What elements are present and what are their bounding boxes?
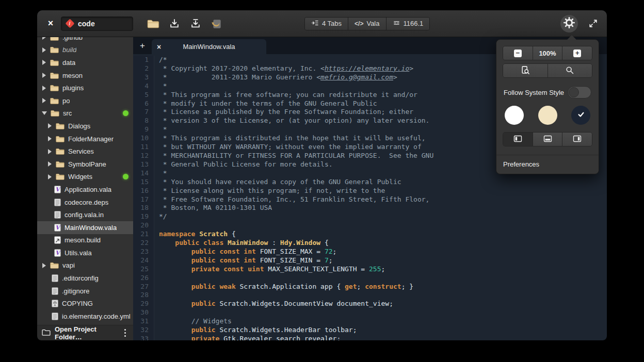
expander-closed-icon[interactable] — [42, 263, 46, 268]
find-button[interactable] — [548, 64, 592, 77]
open-file-button[interactable] — [147, 17, 160, 30]
tree-item-src[interactable]: src — [37, 107, 133, 120]
tree-item--editorconfig[interactable]: .editorconfig — [37, 272, 133, 285]
toggle-terminal-button[interactable] — [533, 133, 563, 146]
folder-icon — [50, 72, 59, 79]
fullscreen-button[interactable] — [586, 17, 600, 30]
tree-item-application-vala[interactable]: VApplication.vala — [37, 183, 133, 196]
code-line: public const int FONT_SIZE_MIN = 7; — [159, 256, 607, 265]
line-number: 12 — [133, 152, 149, 160]
tree-item-meson[interactable]: meson — [37, 69, 133, 82]
tree-item-label: data — [62, 59, 75, 67]
tree-item-label: vapi — [62, 261, 75, 269]
license-file-icon — [52, 300, 58, 307]
style-option-dark[interactable] — [571, 106, 590, 125]
folder-outline-icon — [42, 329, 51, 337]
tree-item-label: Services — [68, 147, 94, 155]
tab-close-icon[interactable]: × — [157, 43, 164, 51]
expander-closed-icon[interactable] — [42, 60, 46, 65]
expander-closed-icon[interactable] — [48, 174, 52, 179]
expander-closed-icon[interactable] — [42, 37, 46, 40]
tree-item-plugins[interactable]: plugins — [37, 81, 133, 94]
tree-item-io-elementary-code-yml[interactable]: io.elementary.code.yml — [37, 310, 133, 323]
follow-system-style-switch[interactable] — [568, 86, 591, 98]
tree-item-vapi[interactable]: vapi — [37, 259, 133, 272]
tree-item-label: codecore.deps — [65, 199, 108, 206]
toggle-sidebar-button[interactable] — [503, 133, 533, 146]
tree-item-label: .github — [62, 37, 83, 41]
style-option-sepia[interactable] — [538, 106, 557, 125]
expander-closed-icon[interactable] — [42, 47, 46, 53]
tree-item-services[interactable]: Services — [37, 145, 133, 158]
code-line: * License along with this program; if no… — [159, 187, 607, 195]
window-close-button[interactable]: × — [44, 18, 57, 30]
tree-item-codecore-deps[interactable]: codecore.deps — [37, 196, 133, 209]
folder-icon — [50, 46, 59, 53]
tree-item-foldermanager[interactable]: FolderManager — [37, 133, 133, 145]
find-in-document-icon — [521, 65, 530, 76]
find-in-files-button[interactable] — [503, 64, 548, 77]
expander-closed-icon[interactable] — [42, 98, 46, 103]
tab-mainwindow-vala[interactable]: × MainWindow.vala — [152, 39, 266, 54]
panel-layout-controls — [503, 132, 592, 146]
tree-item--gitignore[interactable]: .gitignore — [37, 285, 133, 298]
tree-item-config-vala-in[interactable]: config.vala.in — [37, 208, 133, 221]
expander-closed-icon[interactable] — [42, 86, 46, 91]
tree-item-label: SymbolPane — [68, 160, 106, 168]
tree-item-widgets[interactable]: Widgets — [37, 171, 133, 184]
expander-open-icon[interactable] — [42, 111, 47, 115]
tree-item-mainwindow-vala[interactable]: VMainWindow.vala — [37, 221, 133, 234]
line-number: 5 — [133, 91, 149, 100]
language-menu-button[interactable]: </> Vala — [348, 18, 386, 30]
tree-item-data[interactable]: data — [37, 56, 133, 69]
line-number: 33 — [133, 335, 149, 340]
toggle-outline-button[interactable] — [562, 133, 592, 146]
code-line — [159, 221, 607, 230]
line-number: 14 — [133, 169, 149, 178]
expander-closed-icon[interactable] — [48, 161, 52, 167]
tree-item-po[interactable]: po — [37, 94, 133, 107]
sidebar-menu-button[interactable] — [122, 329, 129, 337]
tree-item-label: src — [63, 109, 72, 117]
zoom-level[interactable]: 100% — [533, 46, 563, 60]
folder-icon — [50, 262, 59, 269]
code-line: public Scratch.Widgets.DocumentView docu… — [159, 300, 607, 308]
open-project-folder-button[interactable]: Open Project Folder… — [37, 325, 133, 340]
new-tab-button[interactable]: + — [133, 37, 152, 54]
tree-item-build[interactable]: build — [37, 44, 133, 57]
style-option-light[interactable] — [505, 106, 524, 125]
line-number: 24 — [133, 256, 149, 265]
vala-file-icon: V — [54, 249, 61, 257]
tree-item-meson-build[interactable]: meson.build — [37, 234, 133, 247]
tree-item-utils-vala[interactable]: VUtils.vala — [37, 246, 133, 259]
project-chooser-button[interactable]: / code — [61, 17, 133, 31]
settings-popover: − 100% + Follow System Style — [496, 39, 599, 174]
line-number: 11 — [133, 143, 149, 152]
save-button[interactable] — [168, 17, 181, 30]
zoom-in-button[interactable]: + — [562, 46, 592, 60]
save-as-button[interactable] — [189, 17, 202, 30]
expander-closed-icon[interactable] — [48, 149, 52, 154]
tabs-menu-button[interactable]: 4 Tabs — [305, 18, 348, 30]
tree-item-copying[interactable]: COPYING — [37, 297, 133, 310]
line-number: 1 — [133, 56, 149, 64]
preferences-menu-item[interactable]: Preferences — [496, 155, 599, 174]
line-number: 22 — [133, 239, 149, 248]
line-column-button[interactable]: 1166.1 — [387, 18, 430, 30]
tree-item-label: .gitignore — [62, 287, 89, 295]
folder-icon — [56, 148, 65, 155]
tree-item-symbolpane[interactable]: SymbolPane — [37, 158, 133, 171]
line-number: 28 — [133, 291, 149, 300]
expander-closed-icon[interactable] — [48, 136, 52, 141]
expander-closed-icon[interactable] — [48, 123, 52, 128]
settings-menu-button[interactable] — [560, 15, 578, 32]
tree-item-dialogs[interactable]: Dialogs — [37, 120, 133, 133]
tree-item--github[interactable]: .github — [37, 37, 133, 44]
gear-icon — [564, 17, 575, 30]
expander-closed-icon[interactable] — [42, 73, 46, 78]
tree-item-label: .editorconfig — [62, 274, 99, 282]
code-line: public class MainWindow : Hdy.Window { — [159, 239, 607, 248]
search-icon — [565, 65, 574, 76]
zoom-out-button[interactable]: − — [503, 46, 533, 60]
revert-button[interactable] — [210, 17, 223, 30]
